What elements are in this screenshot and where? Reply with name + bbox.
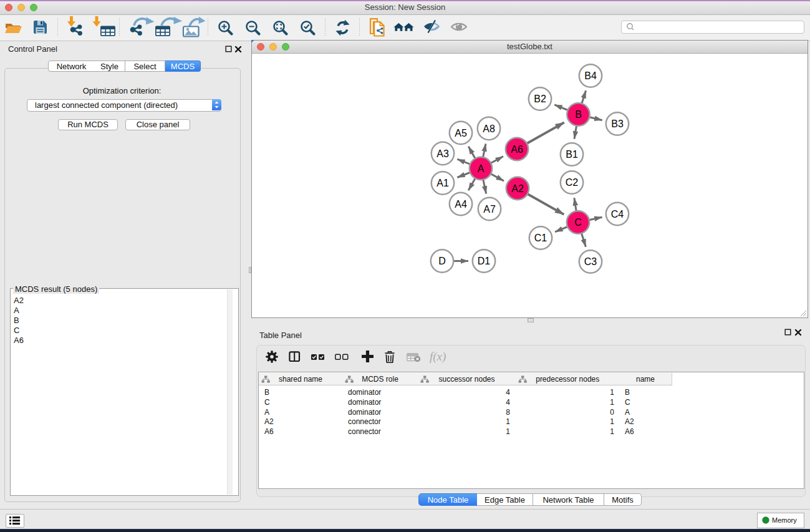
svg-text:B3: B3: [611, 118, 624, 129]
svg-text:C1: C1: [534, 233, 547, 243]
svg-text:B: B: [575, 109, 582, 120]
svg-text:C2: C2: [566, 177, 579, 188]
svg-text:A8: A8: [483, 123, 495, 134]
svg-text:A6: A6: [511, 144, 523, 155]
svg-text:A3: A3: [436, 148, 449, 159]
svg-text:C4: C4: [611, 209, 624, 220]
svg-text:D1: D1: [478, 256, 491, 266]
svg-text:C: C: [574, 217, 582, 228]
svg-text:A2: A2: [511, 183, 524, 194]
svg-text:A5: A5: [455, 128, 467, 138]
svg-text:B1: B1: [566, 149, 578, 160]
svg-text:A4: A4: [455, 199, 467, 210]
svg-text:A7: A7: [483, 204, 496, 215]
svg-text:B4: B4: [584, 70, 597, 81]
svg-text:B2: B2: [534, 94, 546, 104]
svg-text:D: D: [438, 256, 446, 266]
svg-text:A1: A1: [436, 178, 449, 188]
svg-text:C3: C3: [584, 256, 597, 267]
svg-text:A: A: [478, 163, 485, 174]
